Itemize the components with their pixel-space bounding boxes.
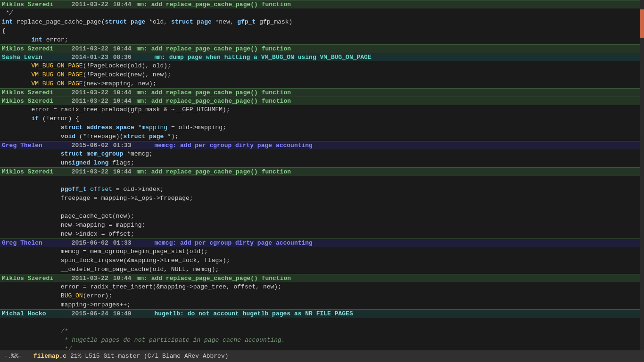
- code-line: */: [0, 8, 644, 17]
- blame-section-1: Miklos Szeredi 2011-03-22 10:44 mm: add …: [0, 0, 644, 44]
- blame-header-10: Michal Hocko 2015-06-24 10:49 hugetlb: d…: [0, 309, 644, 318]
- code-line: struct address_space *mapping = old->map…: [0, 123, 644, 132]
- statusbar: -.%%- filemap.c 21% L515 Git-master (C/l…: [0, 350, 644, 362]
- code-line: memcg = mem_cgroup_begin_page_stat(old);: [0, 247, 644, 256]
- blame-section-2: Miklos Szeredi 2011-03-22 10:44 mm: add …: [0, 44, 644, 53]
- code-line: error = radix_tree_insert(&mapping->page…: [0, 282, 644, 291]
- code-line: page_cache_get(new);: [0, 212, 644, 221]
- code-line: if (!error) {: [0, 114, 644, 123]
- code-line: */: [0, 345, 644, 350]
- code-line: new->mapping = mapping;: [0, 221, 644, 230]
- code-line: freepage = mapping->a_ops->freepage;: [0, 194, 644, 203]
- code-line: new->index = offset;: [0, 230, 644, 239]
- blame-header-3: Sasha Levin 2014-01-23 08:36 mm: dump pa…: [0, 53, 644, 61]
- code-line: mapping->nrpages++;: [0, 300, 644, 309]
- blame-section-4: Miklos Szeredi 2011-03-22 10:44 mm: add …: [0, 88, 644, 97]
- blame-header-6: Greg Thelen 2015-06-02 01:33 memcg: add …: [0, 141, 644, 149]
- blame-header-8: Greg Thelen 2015-06-02 01:33 memcg: add …: [0, 239, 644, 247]
- blame-section-7: Miklos Szeredi 2011-03-22 10:44 mm: add …: [0, 167, 644, 239]
- code-line: int replace_page_cache_page(struct page …: [0, 17, 644, 26]
- code-line: int error;: [0, 35, 644, 44]
- code-line: [0, 176, 644, 185]
- blame-section-5: Miklos Szeredi 2011-03-22 10:44 mm: add …: [0, 97, 644, 141]
- editor: Miklos Szeredi 2011-03-22 10:44 mm: add …: [0, 0, 644, 350]
- code-line: pgoff_t offset = old->index;: [0, 185, 644, 194]
- code-line: BUG_ON(error);: [0, 291, 644, 300]
- blame-section-10: Michal Hocko 2015-06-24 10:49 hugetlb: d…: [0, 309, 644, 350]
- scrollbar[interactable]: [640, 0, 644, 350]
- blame-section-3: Sasha Levin 2014-01-23 08:36 mm: dump pa…: [0, 53, 644, 88]
- blame-header-2: Miklos Szeredi 2011-03-22 10:44 mm: add …: [0, 44, 644, 53]
- code-line: unsigned long flags;: [0, 158, 644, 167]
- code-line: {: [0, 26, 644, 35]
- code-line: spin_lock_irqsave(&mapping->tree_lock, f…: [0, 256, 644, 265]
- statusbar-filename: filemap.c: [33, 353, 66, 360]
- code-line: __delete_from_page_cache(old, NULL, memc…: [0, 265, 644, 274]
- code-line: * hugetlb pages do not participate in pa…: [0, 336, 644, 345]
- blame-header-4: Miklos Szeredi 2011-03-22 10:44 mm: add …: [0, 88, 644, 97]
- code-line: VM_BUG_ON_PAGE(!PageLocked(new), new);: [0, 70, 644, 79]
- code-line: [0, 203, 644, 212]
- blame-section-8: Greg Thelen 2015-06-02 01:33 memcg: add …: [0, 239, 644, 274]
- statusbar-info: 21% L515 Git-master (C/l Blame ARev Abbr…: [70, 353, 228, 360]
- blame-header-7: Miklos Szeredi 2011-03-22 10:44 mm: add …: [0, 167, 644, 176]
- code-line: void (*freepage)(struct page *);: [0, 132, 644, 141]
- blame-header-9: Miklos Szeredi 2011-03-22 10:44 mm: add …: [0, 274, 644, 282]
- code-line: struct mem_cgroup *memcg;: [0, 149, 644, 158]
- code-line: [0, 318, 644, 327]
- code-line: VM_BUG_ON_PAGE(!PageLocked(old), old);: [0, 61, 644, 70]
- code-line: error = radix_tree_preload(gfp_mask & ~_…: [0, 105, 644, 114]
- code-line: VM_BUG_ON_PAGE(new->mapping, new);: [0, 79, 644, 88]
- blame-header-1: Miklos Szeredi 2011-03-22 10:44 mm: add …: [0, 0, 644, 8]
- statusbar-vim-mode: -.%%-: [4, 353, 22, 360]
- code-line: /*: [0, 327, 644, 336]
- blame-section-6: Greg Thelen 2015-06-02 01:33 memcg: add …: [0, 141, 644, 167]
- blame-section-9: Miklos Szeredi 2011-03-22 10:44 mm: add …: [0, 274, 644, 309]
- scrollbar-thumb[interactable]: [640, 9, 644, 38]
- blame-header-5: Miklos Szeredi 2011-03-22 10:44 mm: add …: [0, 97, 644, 105]
